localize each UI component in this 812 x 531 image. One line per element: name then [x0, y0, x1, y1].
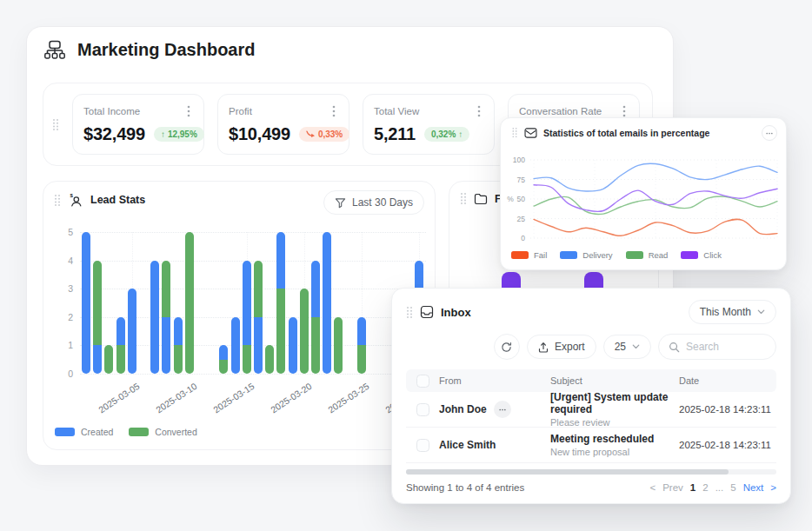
svg-text:50: 50 — [517, 195, 526, 203]
last-30-days-filter-button[interactable]: Last 30 Days — [323, 190, 424, 215]
page-button[interactable]: 2 — [702, 482, 708, 493]
page-button[interactable]: 5 — [730, 482, 735, 493]
page-size-dropdown[interactable]: 25 — [603, 335, 651, 359]
refresh-icon — [501, 342, 512, 353]
trend-badge: 0,33% — [299, 127, 349, 142]
legend-item: Click — [681, 250, 722, 260]
y-axis-tick: 5 — [54, 227, 73, 237]
page-title: Marketing Dashboard — [77, 40, 255, 60]
search-input[interactable] — [686, 341, 766, 353]
lead-chart-legend: CreatedConverted — [55, 427, 197, 437]
trend-badge-text: 0,32% — [431, 129, 456, 139]
stat-card: Profit$10,4990,33% — [217, 94, 349, 155]
inbox-header: Inbox This Month — [406, 300, 776, 324]
legend-swatch — [681, 251, 698, 259]
drag-handle[interactable] — [54, 194, 61, 207]
drag-handle[interactable] — [460, 192, 467, 205]
email-stats-title: Statistics of total emails in percentage — [543, 128, 709, 138]
legend-swatch — [55, 428, 75, 436]
legend-label: Click — [703, 250, 722, 260]
lead-chart: 0123452025-03-052025-03-102025-03-152025… — [43, 223, 436, 451]
upload-icon — [538, 342, 549, 353]
bar-segment-converted — [219, 360, 228, 374]
entries-summary: Showing 1 to 4 of 4 entries — [406, 482, 524, 493]
select-all-checkbox[interactable] — [416, 375, 429, 388]
bar-segment-created — [93, 345, 102, 374]
row-checkbox[interactable] — [416, 403, 429, 416]
lead-bar — [104, 345, 113, 374]
lead-bar — [334, 317, 343, 374]
legend-item: Created — [55, 427, 113, 437]
lead-bar — [185, 232, 194, 374]
lead-bar — [276, 232, 285, 374]
bar-segment-created — [231, 317, 240, 374]
stat-card-menu-button[interactable] — [329, 104, 338, 118]
stat-card-menu-button[interactable] — [184, 104, 193, 118]
lead-bar — [323, 232, 331, 374]
next-arrow[interactable]: > — [770, 482, 776, 493]
page-button[interactable]: 1 — [690, 482, 696, 493]
legend-swatch — [129, 428, 149, 436]
row-checkbox[interactable] — [416, 439, 429, 452]
stat-card: Total Income$32,499↑12,95% — [72, 94, 204, 155]
bar-segment-converted — [174, 345, 183, 374]
bar-segment-created — [323, 232, 331, 374]
drag-handle[interactable] — [52, 118, 59, 131]
next-button[interactable]: Next — [743, 482, 764, 493]
inbox-icon — [420, 305, 434, 319]
stat-card-top: Total Income — [83, 104, 193, 118]
cell-from: Alice Smith — [439, 439, 550, 451]
svg-text:%: % — [507, 195, 514, 203]
bar-segment-created — [289, 317, 297, 374]
stat-card: Total View5,2110,32%↑ — [363, 94, 495, 155]
email-panel-menu-button[interactable] — [762, 125, 777, 141]
email-chart-legend: FailDeliveryReadClick — [511, 250, 722, 260]
inbox-row[interactable]: John Doe[Urgent] System update requiredP… — [406, 392, 776, 428]
bar-segment-created — [243, 261, 251, 346]
arrow-up-icon: ↑ — [458, 129, 463, 139]
legend-item: Delivery — [560, 250, 612, 260]
stat-card-top: Profit — [229, 104, 338, 118]
inbox-footer: Showing 1 to 4 of 4 entries <Prev12...5N… — [406, 482, 776, 493]
inbox-table-header: FromSubjectDate — [406, 369, 776, 392]
refresh-button[interactable] — [494, 334, 520, 360]
inbox-title: Inbox — [441, 306, 471, 319]
table-scrollbar[interactable] — [406, 469, 776, 475]
row-menu-button[interactable] — [494, 401, 511, 418]
lead-bar — [219, 345, 228, 374]
stat-card-menu-button[interactable] — [620, 104, 629, 118]
svg-text:25: 25 — [517, 215, 526, 223]
table-scrollbar-thumb[interactable] — [406, 469, 729, 475]
bar-segment-created — [116, 317, 125, 346]
drag-handle[interactable] — [406, 306, 413, 319]
export-button-label: Export — [555, 341, 585, 353]
stat-card-value: $32,499 — [83, 124, 145, 144]
arrow-up-icon: ↑ — [161, 129, 165, 139]
svg-text:0: 0 — [521, 234, 525, 242]
inbox-row[interactable]: Alice SmithMeeting rescheduledNew time p… — [406, 428, 776, 463]
subject-text: Meeting rescheduled — [550, 433, 679, 445]
stat-card-menu-button[interactable] — [475, 104, 483, 118]
cell-from: John Doe — [439, 401, 550, 418]
period-dropdown-label: This Month — [700, 306, 751, 318]
sender-name: John Doe — [439, 403, 487, 415]
stat-card-label: Total Income — [83, 106, 140, 116]
bar-segment-created — [174, 317, 183, 346]
prev-button[interactable]: Prev — [662, 482, 683, 493]
prev-arrow[interactable]: < — [649, 482, 656, 493]
chevron-down-icon — [757, 309, 765, 315]
drag-handle[interactable] — [512, 127, 518, 138]
filter-button-label: Last 30 Days — [352, 196, 413, 209]
search-icon — [669, 342, 680, 353]
page-ellipsis: ... — [715, 482, 724, 493]
bar-segment-created — [150, 261, 159, 374]
bar-segment-created — [219, 345, 228, 359]
lead-stats-header: $ Lead Stats — [54, 192, 145, 208]
export-button[interactable]: Export — [527, 335, 596, 359]
period-dropdown[interactable]: This Month — [689, 300, 776, 324]
envelope-icon — [524, 128, 537, 138]
pagination: <Prev12...5Next> — [649, 482, 776, 493]
stat-card-top: Total View — [374, 104, 483, 118]
lead-bar — [357, 317, 366, 374]
lead-bar — [162, 261, 170, 374]
